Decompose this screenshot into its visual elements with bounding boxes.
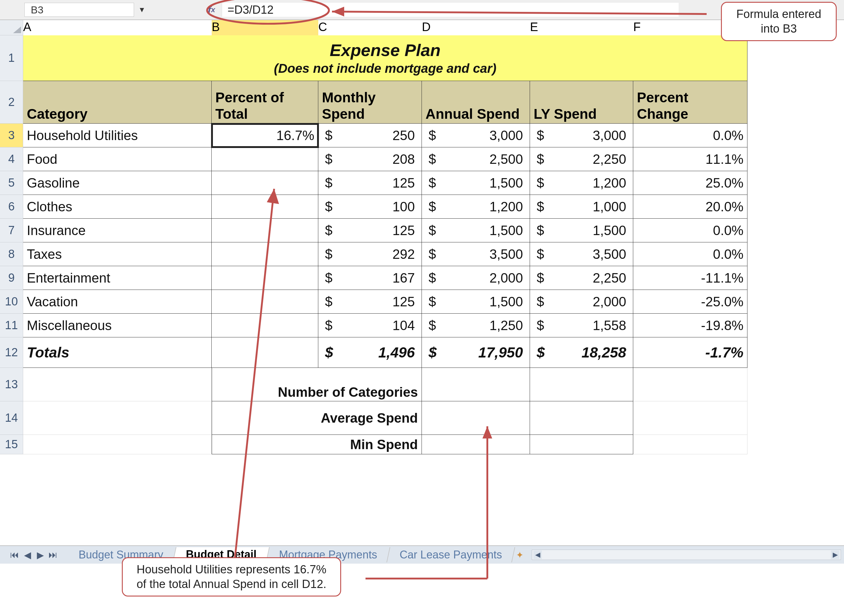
cell-F14[interactable] <box>633 401 747 435</box>
row-header-6[interactable]: 6 <box>0 195 23 219</box>
row-header-14[interactable]: 14 <box>0 401 23 435</box>
cell-B9[interactable] <box>212 266 318 290</box>
cell-B4[interactable] <box>212 147 318 171</box>
row-header-11[interactable]: 11 <box>0 314 23 337</box>
cell-C3[interactable]: $250 <box>318 124 422 147</box>
cell-A12[interactable]: Totals <box>23 337 212 368</box>
cell-E9[interactable]: $2,250 <box>530 266 633 290</box>
cell-B10[interactable] <box>212 290 318 314</box>
row-header-12[interactable]: 12 <box>0 337 23 368</box>
col-header-A[interactable]: A <box>23 20 212 35</box>
formula-input[interactable]: =D3/D12 <box>222 3 679 17</box>
cell-B6[interactable] <box>212 195 318 219</box>
cell-D11[interactable]: $1,250 <box>422 314 530 337</box>
cell-D15[interactable] <box>422 435 530 454</box>
col-header-E[interactable]: E <box>530 20 633 35</box>
cell-D8[interactable]: $3,500 <box>422 242 530 266</box>
cell-F5[interactable]: 25.0% <box>633 171 747 195</box>
cell-A4[interactable]: Food <box>23 147 212 171</box>
cell-F15[interactable] <box>633 435 747 454</box>
row-header-2[interactable]: 2 <box>0 81 23 124</box>
tab-mortgage-payments[interactable]: Mortgage Payments <box>267 547 390 562</box>
cell-B5[interactable] <box>212 171 318 195</box>
cell-E7[interactable]: $1,500 <box>530 219 633 242</box>
cell-A5[interactable]: Gasoline <box>23 171 212 195</box>
cell-A11[interactable]: Miscellaneous <box>23 314 212 337</box>
hdr-annual[interactable]: Annual Spend <box>422 81 530 124</box>
cell-C12[interactable]: $1,496 <box>318 337 422 368</box>
cell-E6[interactable]: $1,000 <box>530 195 633 219</box>
tab-car-lease-payments[interactable]: Car Lease Payments <box>387 547 515 562</box>
cell-F3[interactable]: 0.0% <box>633 124 747 147</box>
cell-F10[interactable]: -25.0% <box>633 290 747 314</box>
row-header-4[interactable]: 4 <box>0 147 23 171</box>
cell-F8[interactable]: 0.0% <box>633 242 747 266</box>
spreadsheet-grid[interactable]: A B C D E F 1 Expense Plan (Does not inc… <box>0 20 844 454</box>
cell-E10[interactable]: $2,000 <box>530 290 633 314</box>
tab-first-icon[interactable]: ⏮ <box>9 550 20 560</box>
cell-B3[interactable]: 16.7% <box>212 124 318 147</box>
summary-label-14[interactable]: Average Spend <box>212 401 422 435</box>
cell-D10[interactable]: $1,500 <box>422 290 530 314</box>
cell-A14[interactable] <box>23 401 212 435</box>
row-header-3[interactable]: 3 <box>0 124 23 147</box>
cell-E12[interactable]: $18,258 <box>530 337 633 368</box>
cell-B11[interactable] <box>212 314 318 337</box>
cell-A7[interactable]: Insurance <box>23 219 212 242</box>
cell-C11[interactable]: $104 <box>318 314 422 337</box>
name-box[interactable]: B3 <box>24 3 134 17</box>
row-header-13[interactable]: 13 <box>0 368 23 401</box>
cell-D14[interactable] <box>422 401 530 435</box>
hdr-change[interactable]: Percent Change <box>633 81 747 124</box>
cell-E14[interactable] <box>530 401 633 435</box>
tab-budget-summary[interactable]: Budget Summary <box>66 547 177 562</box>
cell-B8[interactable] <box>212 242 318 266</box>
cell-A8[interactable]: Taxes <box>23 242 212 266</box>
cell-D7[interactable]: $1,500 <box>422 219 530 242</box>
cell-F13[interactable] <box>633 368 747 401</box>
new-sheet-icon[interactable]: ✦ <box>514 550 526 560</box>
scroll-right-icon[interactable]: ▶ <box>831 550 840 559</box>
cell-C7[interactable]: $125 <box>318 219 422 242</box>
cell-E3[interactable]: $3,000 <box>530 124 633 147</box>
cell-E8[interactable]: $3,500 <box>530 242 633 266</box>
cell-F7[interactable]: 0.0% <box>633 219 747 242</box>
cell-C6[interactable]: $100 <box>318 195 422 219</box>
select-all-corner[interactable] <box>0 20 23 35</box>
cell-F6[interactable]: 20.0% <box>633 195 747 219</box>
cell-D3[interactable]: $3,000 <box>422 124 530 147</box>
col-header-F[interactable]: F <box>633 20 747 35</box>
cell-F9[interactable]: -11.1% <box>633 266 747 290</box>
cell-E4[interactable]: $2,250 <box>530 147 633 171</box>
cell-C4[interactable]: $208 <box>318 147 422 171</box>
cell-E5[interactable]: $1,200 <box>530 171 633 195</box>
cell-C10[interactable]: $125 <box>318 290 422 314</box>
summary-label-15[interactable]: Min Spend <box>212 435 422 454</box>
col-header-D[interactable]: D <box>422 20 530 35</box>
cell-E11[interactable]: $1,558 <box>530 314 633 337</box>
name-box-dropdown-icon[interactable]: ▼ <box>136 3 148 17</box>
row-header-1[interactable]: 1 <box>0 35 23 81</box>
cell-F4[interactable]: 11.1% <box>633 147 747 171</box>
tab-next-icon[interactable]: ▶ <box>35 550 46 560</box>
cell-B12[interactable] <box>212 337 318 368</box>
hdr-ly[interactable]: LY Spend <box>530 81 633 124</box>
tab-last-icon[interactable]: ⏭ <box>47 550 59 560</box>
cell-A3[interactable]: Household Utilities <box>23 124 212 147</box>
col-header-B[interactable]: B <box>212 20 318 35</box>
cell-D13[interactable] <box>422 368 530 401</box>
title-cell[interactable]: Expense Plan (Does not include mortgage … <box>23 35 747 81</box>
tab-budget-detail[interactable]: Budget Detail <box>173 547 270 562</box>
cell-D9[interactable]: $2,000 <box>422 266 530 290</box>
hdr-monthly[interactable]: Monthly Spend <box>318 81 422 124</box>
cell-C5[interactable]: $125 <box>318 171 422 195</box>
hdr-percent[interactable]: Percent of Total <box>212 81 318 124</box>
cell-A13[interactable] <box>23 368 212 401</box>
row-header-10[interactable]: 10 <box>0 290 23 314</box>
cell-E13[interactable] <box>530 368 633 401</box>
summary-label-13[interactable]: Number of Categories <box>212 368 422 401</box>
fx-button[interactable]: fx <box>203 3 220 17</box>
cell-C8[interactable]: $292 <box>318 242 422 266</box>
row-header-15[interactable]: 15 <box>0 435 23 454</box>
cell-D4[interactable]: $2,500 <box>422 147 530 171</box>
